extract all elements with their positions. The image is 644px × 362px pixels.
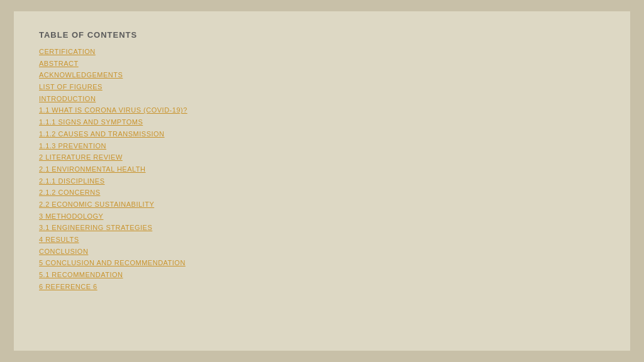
toc-item-6-reference[interactable]: 6 REFERENCE 6 xyxy=(39,281,605,293)
toc-item-2-1-1-disciplines[interactable]: 2.1.1 DISCIPLINES xyxy=(39,175,605,187)
toc-item-3-methodology[interactable]: 3 METHODOLOGY xyxy=(39,211,605,222)
toc-item-2-literature-review[interactable]: 2 LITERATURE REVIEW xyxy=(39,151,605,163)
toc-item-2-2-economic-sustainability[interactable]: 2.2 ECONOMIC SUSTAINABILITY xyxy=(39,199,605,211)
toc-title: TABLE OF CONTENTS xyxy=(39,30,605,40)
toc-item-1-1-3-prevention[interactable]: 1.1.3 PREVENTION xyxy=(39,140,605,152)
toc-item-certification[interactable]: CERTIFICATION xyxy=(39,46,605,58)
toc-item-5-1-recommendation[interactable]: 5.1 RECOMMENDATION xyxy=(39,269,605,281)
toc-item-conclusion[interactable]: CONCLUSION xyxy=(39,246,605,258)
toc-item-introduction[interactable]: INTRODUCTION xyxy=(39,93,605,105)
toc-item-2-1-2-concerns[interactable]: 2.1.2 CONCERNS xyxy=(39,187,605,199)
toc-item-acknowledgements[interactable]: ACKNOWLEDGEMENTS xyxy=(39,69,605,81)
toc-item-4-results[interactable]: 4 RESULTS xyxy=(39,234,605,246)
toc-item-1-1-corona-virus[interactable]: 1.1 WHAT IS CORONA VIRUS (COVID-19)? xyxy=(39,104,605,116)
toc-item-2-1-environmental-health[interactable]: 2.1 ENVIRONMENTAL HEALTH xyxy=(39,163,605,175)
page-container: TABLE OF CONTENTS CERTIFICATIONABSTRACTA… xyxy=(14,11,630,351)
toc-item-1-1-2-causes-transmission[interactable]: 1.1.2 CAUSES AND TRANSMISSION xyxy=(39,128,605,140)
toc-item-abstract[interactable]: ABSTRACT xyxy=(39,58,605,70)
toc-item-1-1-1-signs-symptoms[interactable]: 1.1.1 SIGNS AND SYMPTOMS xyxy=(39,116,605,128)
toc-list: CERTIFICATIONABSTRACTACKNOWLEDGEMENTSLIS… xyxy=(39,46,605,292)
toc-item-3-1-engineering-strategies[interactable]: 3.1 ENGINEERING STRATEGIES xyxy=(39,222,605,234)
toc-item-list-of-figures[interactable]: LIST OF FIGURES xyxy=(39,81,605,93)
toc-item-5-conclusion-recommendation[interactable]: 5 CONCLUSION AND RECOMMENDATION xyxy=(39,257,605,269)
